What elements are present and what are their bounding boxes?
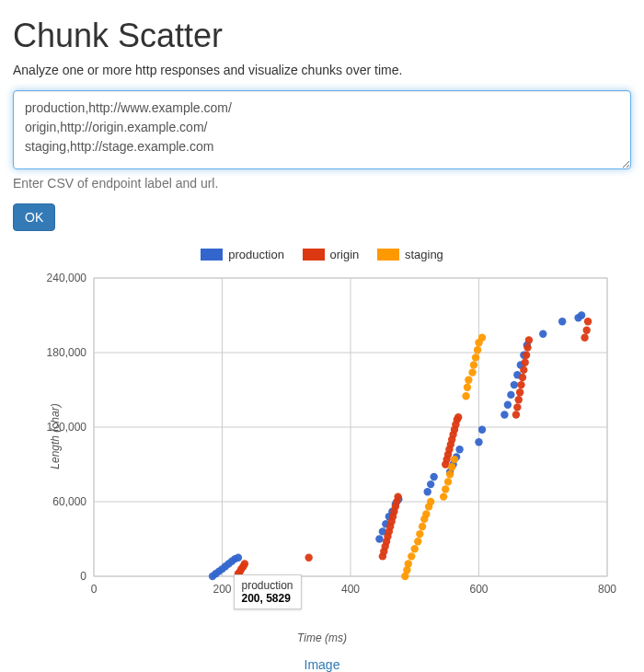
svg-point-115 (442, 485, 449, 492)
chart-svg: 0200400600800060,000120,000180,000240,00… (28, 271, 616, 602)
svg-point-43 (455, 446, 463, 453)
svg-point-89 (513, 403, 521, 411)
svg-text:800: 800 (598, 583, 616, 596)
svg-point-62 (241, 560, 248, 567)
page-title: Chunk Scatter (13, 17, 631, 55)
svg-point-119 (451, 456, 458, 463)
svg-point-57 (578, 311, 585, 319)
svg-point-76 (394, 492, 401, 500)
svg-point-44 (475, 438, 482, 446)
svg-point-128 (478, 334, 486, 342)
svg-point-96 (523, 352, 530, 359)
svg-point-48 (507, 391, 514, 399)
legend-item-staging[interactable]: staging (377, 248, 443, 261)
svg-point-46 (500, 411, 508, 418)
svg-text:600: 600 (469, 583, 488, 596)
svg-point-120 (462, 392, 469, 400)
svg-point-111 (422, 510, 430, 517)
svg-point-105 (408, 552, 415, 560)
svg-point-121 (464, 384, 471, 391)
svg-point-99 (581, 334, 588, 342)
page-lead: Analyze one or more http responses and v… (13, 63, 631, 77)
help-text: Enter CSV of endpoint label and url. (13, 176, 631, 191)
svg-point-107 (414, 538, 421, 545)
svg-point-55 (558, 318, 566, 325)
svg-point-113 (427, 498, 434, 505)
chart-container: production origin staging Length (char) … (13, 248, 631, 672)
legend-swatch-staging (377, 249, 399, 261)
svg-point-54 (539, 330, 546, 338)
svg-text:240,000: 240,000 (47, 272, 87, 284)
svg-point-109 (419, 523, 426, 530)
svg-point-123 (468, 368, 476, 376)
svg-text:180,000: 180,000 (47, 346, 87, 359)
svg-point-38 (427, 481, 434, 488)
svg-point-90 (515, 396, 523, 403)
chart-legend: production origin staging (13, 248, 631, 263)
svg-point-108 (416, 530, 423, 538)
svg-point-45 (478, 426, 486, 434)
legend-label-production: production (228, 248, 284, 261)
svg-point-92 (517, 381, 524, 388)
image-link-container: Image (13, 657, 631, 672)
y-axis-label: Length (char) (49, 403, 62, 469)
svg-point-98 (525, 336, 533, 343)
svg-point-97 (523, 343, 531, 351)
x-axis-label: Time (ms) (13, 631, 631, 644)
svg-point-126 (474, 346, 481, 353)
svg-text:0: 0 (91, 583, 98, 596)
svg-point-49 (511, 381, 518, 388)
svg-point-101 (584, 318, 592, 325)
svg-point-100 (582, 327, 590, 334)
chart-plot[interactable]: Length (char) 0200400600800060,000120,00… (28, 271, 616, 602)
legend-label-origin: origin (330, 248, 360, 261)
svg-point-125 (472, 353, 479, 361)
svg-text:400: 400 (341, 583, 360, 596)
svg-text:0: 0 (80, 570, 86, 583)
svg-point-122 (465, 377, 472, 384)
svg-point-117 (446, 470, 454, 478)
ok-button[interactable]: OK (13, 203, 55, 231)
svg-point-116 (444, 478, 452, 485)
legend-item-production[interactable]: production (201, 248, 284, 261)
legend-swatch-production (201, 249, 223, 261)
svg-point-63 (305, 554, 312, 562)
svg-text:60,000: 60,000 (52, 495, 86, 508)
image-link[interactable]: Image (305, 657, 340, 672)
svg-point-37 (424, 488, 431, 495)
legend-item-origin[interactable]: origin (303, 248, 360, 261)
svg-point-39 (430, 473, 437, 481)
svg-point-87 (454, 413, 462, 421)
svg-point-95 (522, 359, 529, 366)
svg-point-118 (448, 463, 455, 470)
svg-point-30 (375, 535, 383, 542)
svg-point-47 (504, 401, 512, 409)
svg-point-91 (516, 388, 523, 396)
svg-point-114 (440, 492, 447, 500)
svg-point-124 (470, 361, 477, 368)
legend-swatch-origin (303, 249, 325, 261)
svg-point-104 (405, 560, 412, 567)
svg-text:200: 200 (213, 583, 231, 596)
svg-point-88 (512, 411, 520, 418)
svg-point-29 (235, 554, 242, 562)
svg-point-106 (411, 545, 419, 552)
legend-label-staging: staging (405, 248, 443, 261)
svg-point-93 (519, 374, 526, 381)
endpoints-input[interactable]: production,http://www.example.com/ origi… (13, 90, 631, 169)
svg-point-94 (520, 366, 527, 374)
